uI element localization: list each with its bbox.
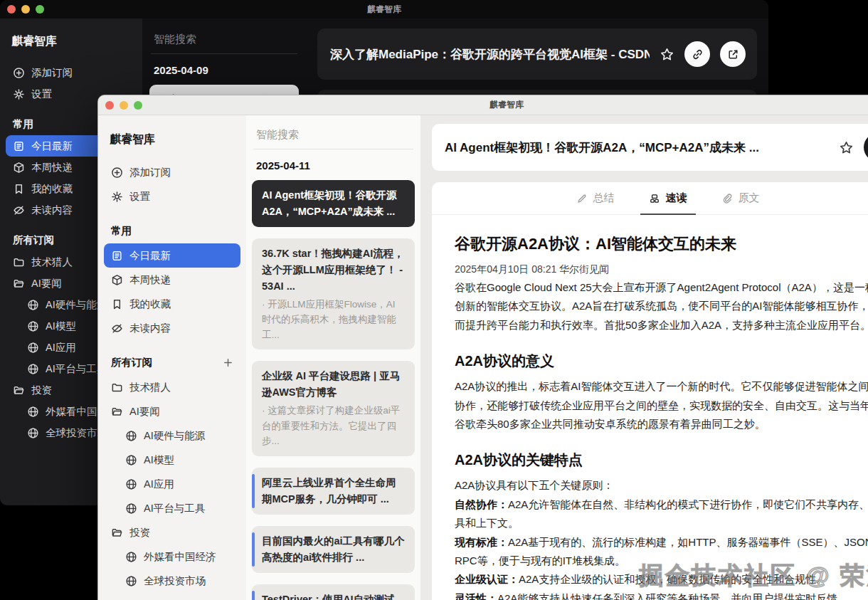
- sidebar-item[interactable]: 全球投资市场: [118, 569, 240, 593]
- article-card[interactable]: AI Agent框架初现！谷歌开源A2A，“MCP+A2A”成未来 ...: [252, 180, 415, 227]
- feature-label: 自然协作：: [455, 498, 508, 510]
- article-card-summary: · 开源LLM应用框架Flowise，AI时代的乐高积木，拖拽构建智能工...: [262, 297, 405, 343]
- minimize-button[interactable]: [21, 5, 30, 14]
- traffic-lights: [0, 5, 44, 14]
- globe-icon: [125, 430, 137, 442]
- sidebar: 麒睿智库添加订阅设置常用今日最新本周快递我的收藏未读内容所有订阅技术猎人AI要闻…: [98, 115, 246, 600]
- sidebar-item[interactable]: 未读内容: [104, 316, 240, 340]
- watermark: 掘金技术社区 @ 荣江: [639, 559, 868, 592]
- sidebar-item-label: 未读内容: [129, 322, 171, 335]
- app-title: 麒睿智库: [11, 34, 131, 49]
- article-heading: 谷歌开源A2A协议：AI智能体交互的未来: [455, 233, 868, 255]
- gear-icon: [13, 88, 25, 100]
- list-date: 2025-04-11: [256, 159, 411, 172]
- sidebar-item[interactable]: AI硬件与能源: [118, 423, 240, 448]
- article-card[interactable]: TestDriver：使用AI自动测试软件的智能工具-首席AI分 ...: [252, 584, 415, 600]
- sidebar-item[interactable]: 今日最新: [104, 243, 240, 268]
- globe-icon: [125, 551, 137, 563]
- globe-icon: [125, 454, 137, 466]
- sidebar-item-label: AI模型: [144, 453, 174, 467]
- add-feed-button[interactable]: [223, 357, 233, 368]
- reader-panel: AI Agent框架初现！谷歌开源A2A，“MCP+A2A”成未来 ... 总结…: [420, 115, 868, 600]
- reader-title: AI Agent框架初现！谷歌开源A2A，“MCP+A2A”成未来 ...: [445, 140, 829, 156]
- sidebar-item[interactable]: AI要闻: [104, 399, 240, 423]
- minimize-button[interactable]: [120, 101, 128, 110]
- search-input[interactable]: 智能搜索: [154, 33, 295, 53]
- news-icon: [13, 140, 25, 152]
- sidebar-item[interactable]: AI应用: [118, 472, 240, 496]
- bookmark-icon: [13, 183, 25, 195]
- folder-icon: [111, 381, 123, 394]
- section-header: 常用: [111, 224, 233, 238]
- paperclip-icon: [721, 193, 733, 204]
- sidebar-item-label: 我的收藏: [31, 182, 73, 196]
- article-card-title: 目前国内最火的ai工具有哪几个 高热度的ai软件排行 ...: [262, 533, 405, 566]
- sidebar-item[interactable]: 外媒看中国经济: [118, 544, 240, 569]
- close-button[interactable]: [105, 101, 114, 110]
- article-card[interactable]: 36.7K star！拖拽构建AI流程，这个开源LLM应用框架绝了！ - 53A…: [252, 238, 415, 350]
- reader-content-card: 总结速读原文 谷歌开源A2A协议：AI智能体交互的未来 2025年04月10日 …: [432, 182, 868, 600]
- gear-icon: [111, 191, 123, 203]
- article-card-title: 企业级 AI 平台建设思路 | 亚马逊AWS官方博客: [262, 368, 405, 401]
- star-icon[interactable]: [839, 140, 854, 155]
- sidebar-item[interactable]: 本周快递: [104, 268, 240, 292]
- article-list: AI Agent框架初现！谷歌开源A2A，“MCP+A2A”成未来 ...36.…: [252, 180, 415, 600]
- sidebar-item[interactable]: 我的收藏: [104, 292, 240, 316]
- sidebar-item-label: 未读内容: [31, 204, 73, 217]
- sidebar-item-label: 今日最新: [129, 249, 171, 263]
- close-button[interactable]: [7, 5, 16, 14]
- traffic-lights: [98, 101, 142, 110]
- zoom-button[interactable]: [134, 101, 142, 110]
- reader-tab[interactable]: 原文: [721, 182, 760, 214]
- section-heading: A2A协议的意义: [455, 352, 868, 371]
- article-card[interactable]: 企业级 AI 平台建设思路 | 亚马逊AWS官方博客· 这篇文章探讨了构建企业级…: [252, 361, 415, 456]
- article-card-title: 36.7K star！拖拽构建AI流程，这个开源LLM应用框架绝了！ - 53A…: [262, 246, 405, 295]
- sidebar-item[interactable]: 添加订阅: [6, 62, 137, 83]
- reader-tab-label: 原文: [739, 191, 760, 205]
- globe-icon: [27, 427, 39, 439]
- sidebar-item-label: 本周快递: [31, 161, 73, 174]
- globe-icon: [27, 320, 39, 332]
- section-header-label: 所有订阅: [111, 356, 152, 369]
- copy-link-button[interactable]: [864, 133, 868, 162]
- copy-link-button[interactable]: [684, 41, 710, 67]
- globe-icon: [27, 299, 39, 311]
- sidebar-item-label: 技术猎人: [129, 381, 171, 394]
- sidebar-item[interactable]: AI模型: [118, 448, 240, 472]
- sidebar-item[interactable]: 设置: [104, 184, 240, 209]
- sidebar-item[interactable]: AI平台与工具: [118, 496, 240, 520]
- titlebar: 麒睿智库: [98, 95, 868, 115]
- divider: [151, 53, 297, 54]
- star-icon[interactable]: [660, 47, 674, 62]
- feature-line: 自然协作：A2A允许智能体在自然、非结构化的模式下进行协作，即使它们不共享内存、…: [455, 495, 868, 533]
- sidebar-item-label: 技术猎人: [31, 256, 73, 269]
- sidebar-item-label: 全球投资市场: [144, 574, 206, 588]
- sidebar-item-label: 外媒看中国经济: [144, 550, 216, 564]
- sidebar-item[interactable]: 技术猎人: [104, 375, 240, 399]
- article-card-title: TestDriver：使用AI自动测试软件的智能工具-首席AI分 ...: [262, 591, 405, 600]
- sidebar-item[interactable]: 投资: [104, 520, 240, 544]
- zoom-button[interactable]: [36, 5, 44, 14]
- sidebar-item-label: AI要闻: [31, 277, 62, 290]
- app-title: 麒睿智库: [110, 132, 235, 147]
- reader-header: 深入了解MediaPipe：谷歌开源的跨平台视觉AI框架 - CSDN博客: [317, 28, 757, 80]
- reader-header: AI Agent框架初现！谷歌开源A2A，“MCP+A2A”成未来 ...: [432, 124, 868, 171]
- section-heading: A2A协议的关键特点: [455, 451, 868, 470]
- reader-tab[interactable]: 总结: [576, 182, 615, 214]
- folder-open-icon: [111, 527, 123, 539]
- search-input[interactable]: 智能搜索: [256, 128, 411, 149]
- section-header-label: 所有订阅: [13, 233, 54, 247]
- feature-label: 企业级认证：: [455, 573, 519, 585]
- open-external-button[interactable]: [720, 41, 746, 67]
- article-paragraph: A2A协议具有以下五个关键原则：: [455, 476, 868, 495]
- reader-title: 深入了解MediaPipe：谷歌开源的跨平台视觉AI框架 - CSDN博客: [330, 46, 650, 63]
- globe-icon: [27, 406, 39, 418]
- unread-indicator: [252, 591, 255, 600]
- globe-icon: [125, 478, 137, 490]
- article-card[interactable]: 阿里云上线业界首个全生命周期MCP服务，几分钟即可 ...: [252, 468, 415, 515]
- sidebar-item[interactable]: 添加订阅: [104, 160, 240, 184]
- reader-tab[interactable]: 速读: [649, 182, 687, 214]
- article-card[interactable]: 目前国内最火的ai工具有哪几个 高热度的ai软件排行 ...: [252, 526, 415, 573]
- sidebar-item-label: AI平台与工具: [144, 502, 205, 515]
- article-card-title: 阿里云上线业界首个全生命周期MCP服务，几分钟即可 ...: [262, 475, 405, 507]
